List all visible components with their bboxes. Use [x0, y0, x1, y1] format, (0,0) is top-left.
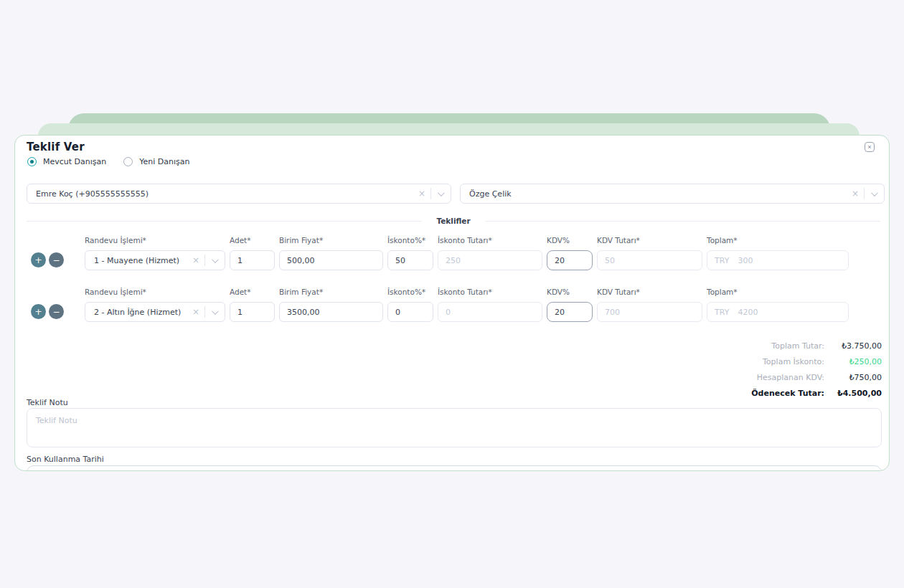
- summary-label: Ödenecek Tutar:: [751, 389, 824, 398]
- adet-input[interactable]: [230, 302, 275, 322]
- iskonto-tutari-input: [438, 250, 542, 270]
- clear-icon[interactable]: ×: [187, 307, 204, 317]
- toplam-label: Toplam*: [707, 288, 849, 296]
- client-type-radio-group: Mevcut Danışan Yeni Danışan: [27, 157, 190, 166]
- summary-value: ₺3.750,00: [824, 341, 882, 351]
- service-label: Randevu İşlemi*: [85, 236, 225, 245]
- select-divider: [864, 188, 865, 199]
- summary-row-hesaplanan-kdv: Hesaplanan KDV: ₺750,00: [751, 369, 882, 385]
- toplam-value: 300: [738, 256, 753, 265]
- remove-row-button[interactable]: −: [49, 304, 64, 319]
- add-row-button[interactable]: +: [31, 304, 46, 319]
- currency-prefix: TRY: [715, 256, 729, 265]
- client-select-value: Emre Koç (+905555555555): [36, 189, 413, 199]
- offer-row: + − Randevu İşlemi* 1 - Muayene (Hizmet)…: [27, 236, 849, 270]
- row-buttons: + −: [27, 252, 80, 267]
- summary-row-odenecek-tutar: Ödenecek Tutar: ₺4.500,00: [751, 385, 882, 401]
- summary-row-toplam-tutar: Toplam Tutar: ₺3.750,00: [751, 338, 882, 354]
- radio-label: Yeni Danışan: [139, 157, 189, 166]
- service-select-value: 1 - Muayene (Hizmet): [94, 256, 187, 265]
- chevron-down-icon[interactable]: [438, 189, 445, 196]
- summary-label: Toplam Tutar:: [771, 341, 824, 351]
- iskonto-pct-label: İskonto%*: [387, 288, 433, 296]
- summary-value: ₺250,00: [824, 357, 882, 366]
- select-divider: [204, 255, 205, 266]
- toplam-field: TRY 300: [707, 250, 849, 270]
- client-select[interactable]: Emre Koç (+905555555555) ×: [27, 184, 451, 204]
- teklif-notu-label: Teklif Notu: [27, 398, 68, 407]
- son-kullanma-tarihi-label: Son Kullanma Tarihi: [27, 455, 104, 464]
- adet-label: Adet*: [230, 236, 275, 245]
- kdv-pct-label: KDV%: [547, 288, 593, 296]
- radio-label: Mevcut Danışan: [43, 157, 106, 166]
- kdv-tutari-label: KDV Tutarı*: [597, 288, 702, 296]
- iskonto-pct-input[interactable]: [387, 302, 433, 322]
- staff-select[interactable]: Özge Çelik ×: [460, 184, 885, 204]
- service-select-value: 2 - Altın İğne (Hizmet): [94, 308, 187, 317]
- iskonto-tutari-label: İskonto Tutarı*: [438, 236, 542, 245]
- teklif-notu-textarea[interactable]: [27, 408, 882, 447]
- section-divider-label: Teklifler: [436, 217, 470, 225]
- iskonto-tutari-label: İskonto Tutarı*: [438, 288, 542, 296]
- select-divider: [204, 306, 205, 318]
- select-divider: [430, 188, 431, 199]
- radio-yeni-danisan[interactable]: Yeni Danışan: [123, 157, 189, 166]
- service-select[interactable]: 1 - Muayene (Hizmet) ×: [85, 250, 225, 270]
- toplam-value: 4200: [738, 308, 758, 317]
- totals-summary: Toplam Tutar: ₺3.750,00 Toplam İskonto: …: [751, 338, 882, 401]
- birim-fiyat-label: Birim Fiyat*: [279, 236, 383, 245]
- staff-select-value: Özge Çelik: [469, 189, 847, 199]
- summary-value: ₺4.500,00: [824, 389, 882, 398]
- divider-line: [27, 221, 422, 222]
- iskonto-pct-label: İskonto%*: [387, 236, 433, 245]
- section-divider: Teklifler: [27, 217, 880, 225]
- toplam-label: Toplam*: [707, 236, 849, 245]
- offer-row: + − Randevu İşlemi* 2 - Altın İğne (Hizm…: [27, 288, 849, 322]
- divider-line: [485, 221, 880, 222]
- radio-mevcut-danisan[interactable]: Mevcut Danışan: [27, 157, 106, 166]
- adet-label: Adet*: [230, 288, 275, 296]
- clear-icon[interactable]: ×: [187, 255, 204, 265]
- clear-icon[interactable]: ×: [413, 189, 430, 199]
- son-kullanma-tarihi-input[interactable]: [27, 465, 882, 471]
- summary-row-toplam-iskonto: Toplam İskonto: ₺250,00: [751, 354, 882, 369]
- modal-title: Teklif Ver: [27, 141, 85, 153]
- service-label: Randevu İşlemi*: [85, 288, 225, 296]
- summary-label: Hesaplanan KDV:: [757, 373, 824, 382]
- adet-input[interactable]: [230, 250, 275, 270]
- teklif-ver-modal: Teklif Ver × Mevcut Danışan Yeni Danışan…: [14, 135, 890, 471]
- chevron-down-icon[interactable]: [871, 189, 878, 196]
- chevron-down-icon[interactable]: [212, 256, 219, 263]
- chevron-down-icon[interactable]: [212, 308, 219, 315]
- birim-fiyat-input[interactable]: [279, 250, 383, 270]
- kdv-pct-input[interactable]: [547, 250, 593, 270]
- currency-prefix: TRY: [715, 308, 729, 317]
- birim-fiyat-input[interactable]: [279, 302, 383, 322]
- iskonto-tutari-input: [438, 302, 542, 322]
- close-icon[interactable]: ×: [865, 142, 875, 152]
- kdv-pct-label: KDV%: [547, 236, 593, 245]
- kdv-tutari-input: [597, 302, 702, 322]
- service-select[interactable]: 2 - Altın İğne (Hizmet) ×: [85, 302, 225, 322]
- clear-icon[interactable]: ×: [847, 189, 864, 199]
- toplam-field: TRY 4200: [707, 302, 849, 322]
- iskonto-pct-input[interactable]: [387, 250, 433, 270]
- kdv-pct-input[interactable]: [547, 302, 593, 322]
- summary-label: Toplam İskonto:: [763, 357, 824, 366]
- kdv-tutari-label: KDV Tutarı*: [597, 236, 702, 245]
- add-row-button[interactable]: +: [31, 252, 46, 267]
- summary-value: ₺750,00: [824, 373, 882, 382]
- kdv-tutari-input: [597, 250, 702, 270]
- row-buttons: + −: [27, 304, 80, 319]
- birim-fiyat-label: Birim Fiyat*: [279, 288, 383, 296]
- radio-selected-icon[interactable]: [27, 157, 37, 166]
- remove-row-button[interactable]: −: [49, 252, 64, 267]
- radio-unselected-icon[interactable]: [123, 157, 133, 166]
